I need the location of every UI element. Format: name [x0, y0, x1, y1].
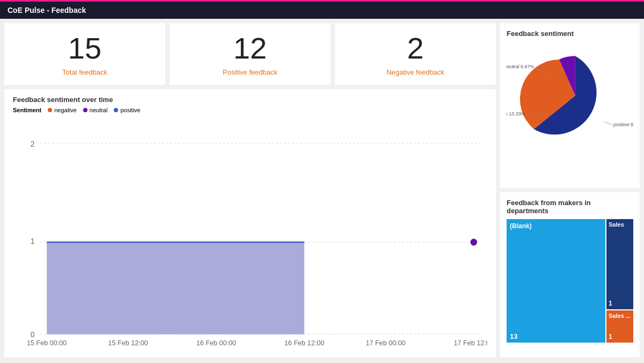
dashboard: 15 Total feedback 12 Positive feedback 2… — [0, 19, 644, 361]
treemap-top-count: 1 — [609, 300, 631, 307]
right-panel: Feedback sentiment — [500, 23, 640, 357]
treemap-title: Feedback from makers in departments — [507, 199, 633, 215]
svg-text:16 Feb 00:00: 16 Feb 00:00 — [196, 339, 236, 347]
kpi-negative: 2 Negative feedback — [335, 23, 496, 85]
legend: Sentiment negative neutral positive — [13, 107, 487, 113]
treemap-right: Sales 1 Sales ... 1 — [606, 219, 633, 343]
kpi-negative-label: Negative feedback — [343, 68, 487, 76]
left-panel: 15 Total feedback 12 Positive feedback 2… — [4, 23, 496, 357]
svg-text:neutral 6.67%: neutral 6.67% — [507, 64, 534, 69]
kpi-total-number: 15 — [13, 32, 157, 65]
kpi-total-label: Total feedback — [13, 68, 157, 76]
svg-text:15 Feb 00:00: 15 Feb 00:00 — [27, 339, 67, 347]
treemap-card: Feedback from makers in departments (Bla… — [500, 192, 640, 357]
app-title: CoE Pulse - Feedback — [8, 6, 86, 14]
treemap-bot-count: 1 — [609, 333, 631, 340]
kpi-total: 15 Total feedback — [4, 23, 165, 85]
legend-title: Sentiment — [13, 107, 41, 113]
legend-label-positive: positive — [120, 107, 140, 113]
treemap-bot-label: Sales ... — [609, 313, 631, 319]
svg-text:17 Feb 12:00: 17 Feb 12:00 — [454, 339, 487, 347]
legend-dot-negative — [48, 108, 52, 112]
area-positive — [47, 242, 304, 334]
chart-area: Feedback count 2 1 0 — [13, 115, 487, 351]
legend-dot-positive — [114, 108, 118, 112]
svg-text:positive 80%: positive 80% — [613, 122, 633, 127]
legend-label-negative: negative — [54, 107, 77, 113]
line-chart-card: Feedback sentiment over time Sentiment n… — [4, 89, 496, 357]
legend-label-neutral: neutral — [90, 107, 108, 113]
pie-svg: neutral 6.67% negative 13.33% positive 8… — [507, 42, 633, 149]
treemap-container: (Blank) 13 Sales 1 Sales ... 1 — [507, 219, 633, 343]
treemap-blank-label: (Blank) — [510, 222, 532, 230]
svg-line-17 — [604, 122, 612, 125]
legend-negative: negative — [48, 107, 77, 113]
treemap-sales-bot: Sales ... 1 — [606, 310, 633, 343]
legend-neutral: neutral — [83, 107, 108, 113]
kpi-positive: 12 Positive feedback — [170, 23, 331, 85]
dot-neutral — [470, 238, 477, 245]
kpi-row: 15 Total feedback 12 Positive feedback 2… — [4, 23, 496, 85]
legend-positive: positive — [114, 107, 140, 113]
svg-text:negative 13.33%: negative 13.33% — [507, 111, 525, 117]
pie-title: Feedback sentiment — [507, 30, 633, 38]
line-chart-svg: Feedback count 2 1 0 — [13, 115, 487, 351]
svg-text:17 Feb 00:00: 17 Feb 00:00 — [365, 339, 405, 347]
kpi-positive-number: 12 — [178, 32, 322, 65]
svg-text:0: 0 — [31, 330, 35, 338]
svg-text:15 Feb 12:00: 15 Feb 12:00 — [108, 339, 148, 347]
pie-card: Feedback sentiment — [500, 23, 640, 188]
line-chart-title: Feedback sentiment over time — [13, 96, 487, 104]
top-bar: CoE Pulse - Feedback — [0, 0, 644, 19]
kpi-negative-number: 2 — [343, 32, 487, 65]
svg-text:2: 2 — [31, 139, 35, 148]
treemap-top-label: Sales — [609, 221, 631, 228]
pie-container: neutral 6.67% negative 13.33% positive 8… — [507, 42, 633, 149]
svg-text:1: 1 — [31, 236, 35, 245]
kpi-positive-label: Positive feedback — [178, 68, 322, 76]
treemap-sales-top: Sales 1 — [606, 219, 633, 309]
legend-dot-neutral — [83, 108, 87, 112]
treemap-main: (Blank) 13 — [507, 219, 605, 343]
treemap-main-count: 13 — [510, 332, 517, 340]
svg-text:16 Feb 12:00: 16 Feb 12:00 — [284, 339, 324, 347]
